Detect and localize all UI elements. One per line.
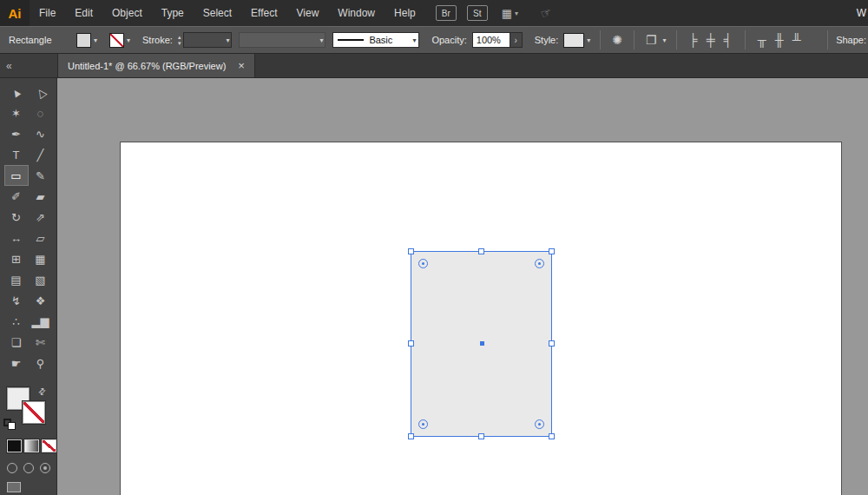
menu-type[interactable]: Type (152, 0, 194, 26)
menu-view[interactable]: View (287, 0, 329, 26)
selection-handle-ne[interactable] (549, 248, 555, 254)
slice-tool[interactable]: ✄ (29, 332, 53, 353)
menu-object[interactable]: Object (102, 0, 152, 26)
stepper-down-icon[interactable]: ▾ (178, 40, 181, 46)
slice-icon: ✄ (36, 336, 45, 349)
fill-color-swatch[interactable] (76, 33, 91, 48)
shaper-tool[interactable]: ✐ (4, 186, 29, 207)
horizontal-align-right-button[interactable]: ╡ (720, 33, 737, 47)
selection-handle-w[interactable] (408, 340, 414, 346)
corner-widget-ne[interactable] (535, 259, 544, 268)
color-button[interactable] (7, 439, 22, 452)
swap-fill-stroke-icon[interactable]: ⇄ (36, 386, 48, 398)
draw-behind-icon[interactable] (23, 463, 34, 473)
shape-builder-tool[interactable]: ⊞ (4, 248, 29, 269)
recolor-artwork-button[interactable]: ✺ (612, 33, 622, 47)
stroke-color-indicator[interactable] (23, 401, 45, 424)
selection-handle-n[interactable] (478, 248, 484, 254)
tools-grid: ▲ △ ✶ ◌ ✒ ∿ T ╱ ▭ ✎ ✐ ▰ ↻ ⇗ ↔ ▱ ⊞ ▦ ▤ ▧ (0, 78, 56, 373)
rectangle-tool[interactable]: ▭ (4, 165, 29, 186)
mesh-icon: ▤ (10, 274, 21, 287)
selection-handle-e[interactable] (549, 340, 555, 346)
select-similar-chevron-icon[interactable]: ▾ (663, 36, 667, 44)
document-tab[interactable]: Untitled-1* @ 66.67% (RGB/Preview) × (57, 54, 255, 77)
scale-tool[interactable]: ⇗ (29, 207, 53, 228)
vertical-align-center-button[interactable]: ╫ (771, 33, 788, 47)
default-fill-mini-swatch[interactable] (8, 422, 16, 430)
vertical-align-top-button[interactable]: ╥ (753, 33, 771, 47)
symbol-sprayer-tool[interactable]: ∴ (4, 311, 29, 332)
pen-tool[interactable]: ✒ (4, 123, 29, 144)
menu-edit[interactable]: Edit (65, 0, 102, 26)
gradient-button[interactable] (24, 439, 39, 452)
vertical-align-bottom-button[interactable]: ╨ (788, 33, 806, 47)
stroke-color-swatch[interactable] (109, 33, 124, 48)
zoom-tool[interactable]: ⚲ (29, 353, 53, 373)
curvature-tool[interactable]: ∿ (29, 123, 53, 144)
select-similar-button[interactable]: ❐ (646, 33, 657, 47)
free-transform-tool[interactable]: ▱ (29, 228, 53, 248)
menu-window[interactable]: Window (328, 0, 385, 26)
eyedropper-tool[interactable]: ↯ (4, 290, 29, 311)
draw-inside-icon[interactable] (40, 463, 50, 473)
collapse-toolbar-button[interactable]: « (0, 54, 57, 77)
menu-effect[interactable]: Effect (241, 0, 286, 26)
stroke-label: Stroke: (142, 35, 173, 45)
arrange-documents-button[interactable]: ▦ ▾ (502, 7, 518, 20)
center-point[interactable] (480, 341, 484, 346)
workspace-switcher-label[interactable]: W (857, 7, 868, 19)
width-profile-select[interactable]: ▾ (239, 32, 326, 48)
blend-tool[interactable]: ❖ (29, 290, 53, 311)
chevron-down-icon: ▾ (410, 36, 418, 44)
selection-tool[interactable]: ▲ (4, 82, 29, 102)
gradient-tool[interactable]: ▧ (29, 269, 53, 290)
style-chevron-icon[interactable]: ▾ (587, 36, 590, 44)
horizontal-align-center-button[interactable]: ╪ (702, 33, 720, 47)
stepper-up-icon[interactable]: ▴ (178, 34, 181, 40)
selection-handle-se[interactable] (549, 433, 555, 439)
artboard-tool[interactable]: ❏ (4, 332, 29, 353)
menu-file[interactable]: File (30, 0, 65, 26)
selected-rectangle[interactable] (411, 251, 552, 437)
lasso-tool[interactable]: ◌ (29, 102, 53, 123)
width-tool[interactable]: ↔ (4, 228, 29, 248)
selection-handle-s[interactable] (478, 433, 484, 439)
selection-handle-nw[interactable] (408, 248, 414, 254)
stock-button[interactable]: St (467, 5, 488, 21)
screen-mode-icon[interactable] (7, 482, 21, 492)
horizontal-align-left-button[interactable]: ╞ (685, 33, 702, 47)
graphic-style-swatch[interactable] (563, 33, 584, 48)
hand-tool[interactable]: ☛ (4, 353, 29, 373)
paintbrush-tool[interactable]: ✎ (29, 165, 53, 186)
corner-widget-sw[interactable] (418, 419, 428, 429)
selected-tool-label: Rectangle (9, 35, 71, 45)
type-tool[interactable]: T (4, 144, 29, 165)
bridge-button[interactable]: Br (436, 5, 457, 21)
stroke-weight-select[interactable]: ▾ (183, 32, 232, 48)
stroke-weight-stepper[interactable]: ▴ ▾ (178, 34, 181, 46)
selection-handle-sw[interactable] (408, 433, 414, 439)
menu-select[interactable]: Select (194, 0, 241, 26)
line-segment-tool[interactable]: ╱ (29, 144, 53, 165)
close-tab-icon[interactable]: × (238, 60, 245, 71)
none-button[interactable] (42, 439, 56, 452)
mesh-tool[interactable]: ▤ (4, 269, 29, 290)
fill-chevron-icon[interactable]: ▾ (94, 36, 97, 44)
corner-widget-nw[interactable] (418, 259, 428, 268)
rotate-tool[interactable]: ↻ (4, 207, 29, 228)
brush-definition-select[interactable]: Basic ▾ (332, 32, 419, 48)
magic-wand-tool[interactable]: ✶ (4, 102, 29, 123)
opacity-input[interactable] (472, 32, 510, 48)
pasteboard[interactable] (57, 78, 868, 495)
perspective-grid-tool[interactable]: ▦ (29, 248, 53, 269)
opacity-options-button[interactable]: › (510, 32, 523, 48)
eraser-tool[interactable]: ▰ (29, 186, 53, 207)
column-graph-tool[interactable]: ▂▆ (29, 311, 53, 332)
stroke-chevron-icon[interactable]: ▾ (127, 36, 130, 44)
draw-normal-icon[interactable] (7, 463, 17, 473)
menu-help[interactable]: Help (385, 0, 425, 26)
direct-selection-tool[interactable]: △ (29, 82, 53, 102)
touch-workspace-icon[interactable]: ☞ (539, 4, 554, 21)
corner-widget-se[interactable] (535, 419, 544, 429)
type-icon: T (13, 148, 20, 162)
